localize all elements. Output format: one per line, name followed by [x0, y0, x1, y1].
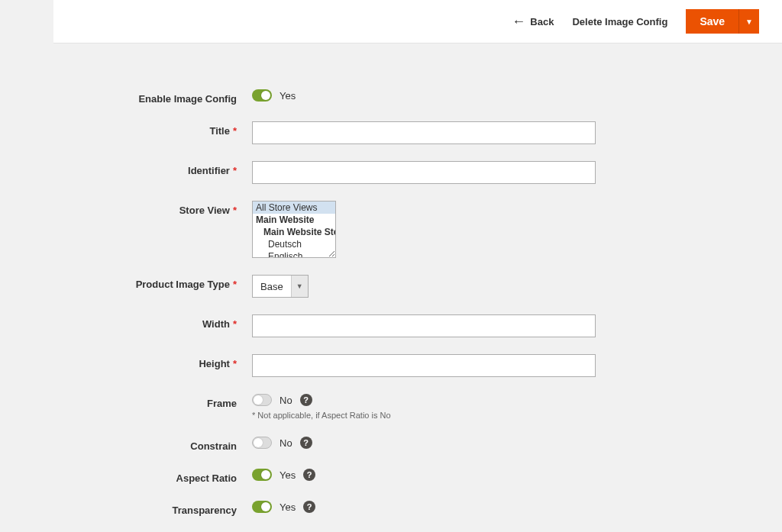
- row-enable: Enable Image Config Yes: [84, 89, 751, 105]
- top-action-bar: ← Back Delete Image Config Save ▼: [53, 0, 782, 44]
- toggle-enable-value: Yes: [280, 90, 296, 102]
- input-title[interactable]: [252, 121, 596, 144]
- row-identifier: Identifier*: [84, 161, 751, 184]
- row-transparency: Transparency Yes ?: [84, 501, 751, 516]
- select-product-image-type[interactable]: Base ▼: [252, 275, 309, 298]
- row-title: Title*: [84, 121, 751, 144]
- input-width[interactable]: [252, 314, 596, 337]
- help-icon[interactable]: ?: [303, 469, 315, 481]
- save-button-group: Save ▼: [686, 9, 759, 34]
- toggle-constrain[interactable]: [252, 437, 272, 449]
- label-width: Width*: [84, 314, 252, 330]
- label-transparency: Transparency: [84, 501, 252, 516]
- label-identifier: Identifier*: [84, 161, 252, 176]
- label-title: Title*: [84, 121, 252, 137]
- toggle-aspect-ratio[interactable]: [252, 469, 272, 481]
- arrow-left-icon: ←: [512, 15, 525, 28]
- label-product-image-type: Product Image Type*: [84, 275, 252, 290]
- caret-down-icon: ▼: [291, 276, 308, 297]
- delete-button[interactable]: Delete Image Config: [572, 16, 667, 27]
- row-constrain: Constrain No ?: [84, 437, 751, 452]
- help-icon[interactable]: ?: [300, 394, 312, 406]
- save-dropdown-toggle[interactable]: ▼: [738, 9, 759, 34]
- select-value: Base: [253, 281, 291, 292]
- store-option[interactable]: Deutsch: [253, 238, 335, 250]
- save-button[interactable]: Save: [686, 9, 738, 34]
- store-option[interactable]: Main Website Store: [253, 226, 335, 238]
- label-aspect-ratio: Aspect Ratio: [84, 469, 252, 484]
- label-constrain: Constrain: [84, 437, 252, 452]
- row-width: Width*: [84, 314, 751, 337]
- back-button[interactable]: ← Back: [512, 15, 554, 28]
- label-enable: Enable Image Config: [84, 89, 252, 105]
- toggle-frame-value: No: [280, 395, 292, 406]
- label-height: Height*: [84, 354, 252, 369]
- toggle-frame[interactable]: [252, 394, 272, 406]
- help-icon[interactable]: ?: [300, 437, 312, 449]
- store-option[interactable]: All Store Views: [253, 202, 335, 214]
- config-form: Enable Image Config Yes Title* Identifie…: [53, 44, 782, 532]
- row-frame: Frame No ? * Not applicable, if Aspect R…: [84, 394, 751, 420]
- hint-frame: * Not applicable, if Aspect Ratio is No: [252, 411, 596, 420]
- caret-down-icon: ▼: [745, 18, 753, 26]
- help-icon[interactable]: ?: [303, 501, 315, 513]
- row-product-image-type: Product Image Type* Base ▼: [84, 275, 751, 298]
- label-store-view: Store View*: [84, 201, 252, 216]
- input-identifier[interactable]: [252, 161, 596, 184]
- toggle-enable[interactable]: [252, 89, 272, 102]
- toggle-transparency[interactable]: [252, 501, 272, 513]
- toggle-aspect-ratio-value: Yes: [280, 469, 296, 481]
- input-height[interactable]: [252, 354, 596, 377]
- label-frame: Frame: [84, 394, 252, 409]
- row-store-view: Store View* All Store Views Main Website…: [84, 201, 751, 258]
- row-height: Height*: [84, 354, 751, 377]
- store-option[interactable]: Englisch: [253, 250, 335, 258]
- row-aspect-ratio: Aspect Ratio Yes ?: [84, 469, 751, 484]
- toggle-constrain-value: No: [280, 437, 292, 449]
- toggle-transparency-value: Yes: [280, 501, 296, 513]
- back-label: Back: [530, 16, 554, 27]
- store-option[interactable]: Main Website: [253, 214, 335, 226]
- select-store-view[interactable]: All Store Views Main Website Main Websit…: [252, 201, 336, 258]
